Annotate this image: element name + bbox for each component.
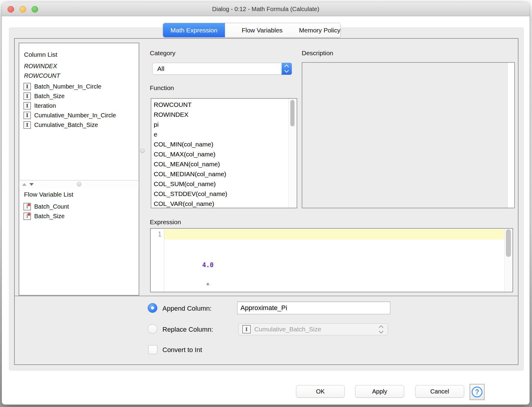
flow-variable-item[interactable]: i Batch_Count — [23, 202, 69, 211]
column-list: I Batch_Number_In_Circle I Batch_Size I … — [23, 82, 116, 130]
function-list: ROWCOUNT ROWINDEX pi e COL_MIN(col_name)… — [151, 100, 289, 208]
function-label: Function — [150, 84, 174, 92]
ok-button[interactable]: OK — [296, 385, 345, 398]
function-item[interactable]: pi — [151, 119, 289, 129]
expression-label: Expression — [150, 219, 181, 226]
column-list-title: Column List — [24, 51, 57, 58]
flow-variable-list: i Batch_Count i Batch_Size — [23, 202, 69, 221]
column-list-item[interactable]: I Cumulative_Batch_Size — [23, 120, 116, 130]
function-item[interactable]: COL_SUM(col_name) — [151, 179, 289, 189]
category-select[interactable]: All — [152, 63, 292, 75]
chevron-down-icon — [284, 68, 289, 73]
function-item[interactable]: COL_MEAN(col_name) — [151, 159, 289, 169]
expression-editor[interactable]: 1 4.0 * $Cumulative_Number_In_Circle$ / … — [150, 228, 513, 292]
special-column-item[interactable]: ROWCOUNT — [24, 71, 60, 80]
special-column-item[interactable]: ROWINDEX — [24, 61, 60, 71]
column-name: Iteration — [34, 102, 56, 109]
math-expression-panel: Column List ROWINDEX ROWCOUNT I Batch_Nu… — [14, 38, 518, 365]
expression-scrollbar[interactable] — [504, 229, 512, 292]
integer-column-icon: I — [23, 121, 31, 129]
horizontal-splitter[interactable] — [19, 180, 139, 188]
collapse-up-icon[interactable] — [22, 183, 26, 186]
flow-variable-name: Batch_Size — [34, 213, 65, 220]
function-item[interactable]: COL_MEDIAN(col_name) — [151, 169, 289, 179]
tab[interactable]: Math Expression — [163, 23, 225, 37]
replace-column-value: Cumulative_Batch_Size — [254, 324, 321, 335]
function-item[interactable]: COL_MIN(col_name) — [151, 139, 289, 149]
cancel-button[interactable]: Cancel — [415, 385, 464, 398]
column-list-special: ROWINDEX ROWCOUNT — [24, 61, 60, 80]
function-item[interactable]: COL_STDDEV(col_name) — [151, 189, 289, 199]
section-divider — [15, 296, 518, 296]
function-list-box: ROWCOUNT ROWINDEX pi e COL_MIN(col_name)… — [151, 98, 297, 208]
help-icon: ? — [472, 387, 482, 397]
flow-variable-list-title: Flow Variable List — [24, 191, 73, 198]
collapse-down-icon[interactable] — [29, 183, 34, 186]
flow-variable-item[interactable]: i Batch_Size — [23, 211, 69, 221]
append-column-radio[interactable] — [148, 303, 157, 313]
flow-variable-icon: i — [23, 213, 31, 220]
category-label: Category — [150, 50, 175, 57]
tab[interactable]: Flow Variables — [225, 23, 299, 37]
column-list-item[interactable]: I Iteration — [23, 101, 116, 110]
help-button[interactable]: ? — [470, 384, 485, 400]
column-list-item[interactable]: I Batch_Size — [23, 91, 116, 101]
replace-column-radio[interactable] — [148, 324, 157, 334]
tab[interactable]: Memory Policy — [299, 23, 340, 37]
vertical-splitter-knob-icon[interactable] — [140, 149, 145, 153]
combo-stepper-icon[interactable] — [282, 63, 292, 75]
apply-button[interactable]: Apply — [355, 385, 404, 398]
integer-column-icon: I — [23, 83, 31, 90]
convert-to-int-label: Convert to Int — [162, 346, 202, 354]
title-bar[interactable]: Dialog - 0:12 - Math Formula (Calculate) — [2, 2, 530, 16]
column-name: Cumulative_Batch_Size — [34, 122, 98, 128]
description-content — [305, 65, 505, 206]
function-item[interactable]: e — [151, 129, 289, 139]
dialog-window: Dialog - 0:12 - Math Formula (Calculate)… — [2, 2, 530, 405]
function-item[interactable]: ROWCOUNT — [151, 100, 289, 110]
append-column-input[interactable] — [237, 302, 390, 314]
column-list-item[interactable]: I Batch_Number_In_Circle — [23, 82, 116, 91]
expression-token: * — [202, 282, 213, 289]
line-number: 1 — [158, 229, 162, 240]
flow-variable-name: Batch_Count — [34, 203, 69, 210]
column-flow-panel: Column List ROWINDEX ROWCOUNT I Batch_Nu… — [19, 43, 139, 296]
function-scrollbar-thumb[interactable] — [290, 100, 295, 126]
description-label: Description — [302, 50, 333, 57]
column-name: Cumulative_Number_In_Circle — [34, 112, 116, 119]
integer-column-icon: I — [23, 112, 31, 119]
convert-to-int-checkbox[interactable] — [148, 345, 157, 354]
function-item[interactable]: COL_VAR(col_name) — [151, 199, 289, 208]
chevron-down-icon — [379, 329, 384, 334]
tab-bar: Math Expression Flow Variables Memory Po… — [163, 23, 341, 38]
window-title: Dialog - 0:12 - Math Formula (Calculate) — [2, 2, 530, 16]
description-box — [302, 62, 515, 208]
append-column-label: Append Column: — [162, 305, 212, 312]
function-item[interactable]: COL_MAX(col_name) — [151, 149, 289, 159]
expression-token: 4.0 — [202, 261, 213, 269]
integer-column-icon: I — [23, 92, 31, 100]
expression-line[interactable]: 4.0 * $Cumulative_Number_In_Circle$ / $C… — [164, 229, 505, 240]
line-number-gutter: 1 — [151, 229, 164, 292]
flow-variable-icon: i — [23, 203, 31, 210]
expression-scrollbar-thumb[interactable] — [506, 229, 511, 257]
replace-column-select[interactable]: I Cumulative_Batch_Size — [238, 323, 388, 335]
description-scrollbar[interactable] — [507, 63, 514, 208]
function-scrollbar[interactable] — [289, 99, 297, 208]
category-selected-value: All — [157, 63, 164, 74]
column-name: Batch_Number_In_Circle — [34, 83, 101, 90]
integer-column-icon: I — [23, 102, 31, 110]
replace-column-label: Replace Column: — [162, 326, 213, 333]
column-name: Batch_Size — [34, 93, 65, 100]
column-list-item[interactable]: I Cumulative_Number_In_Circle — [23, 110, 116, 120]
integer-column-icon: I — [242, 325, 251, 333]
splitter-knob-icon[interactable] — [77, 182, 81, 186]
function-item[interactable]: ROWINDEX — [151, 110, 289, 119]
